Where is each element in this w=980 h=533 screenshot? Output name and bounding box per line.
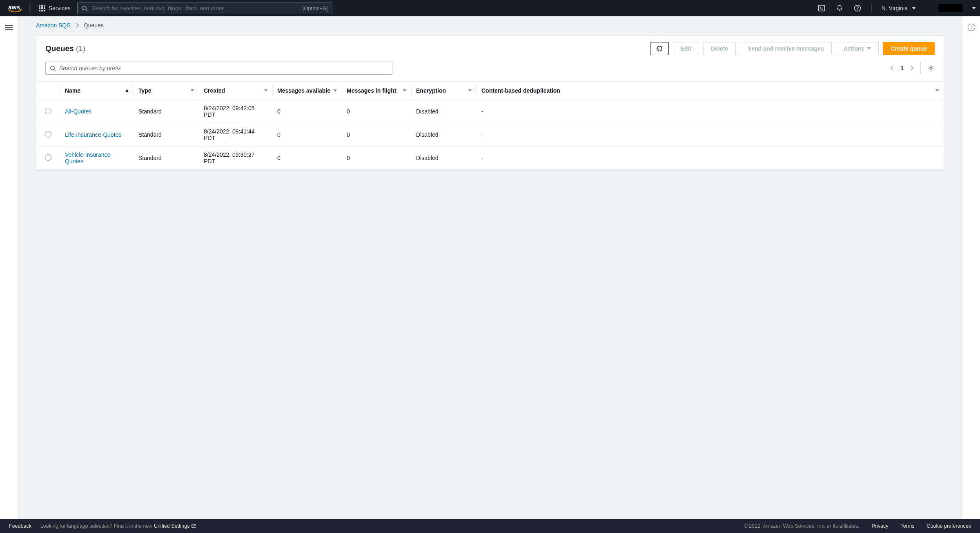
row-select-radio[interactable] — [45, 108, 51, 114]
send-receive-button[interactable]: Send and receive messages — [740, 42, 832, 55]
edit-button[interactable]: Edit — [673, 42, 699, 55]
queue-name-link[interactable]: Life-Insurance-Quotes — [65, 131, 122, 138]
refresh-button[interactable] — [650, 42, 669, 55]
col-type[interactable]: Type — [134, 82, 199, 100]
cell-type: Standard — [134, 100, 199, 123]
table-row: Life-Insurance-QuotesStandard8/24/2022, … — [36, 123, 944, 147]
col-name[interactable]: Name — [60, 82, 134, 100]
sort-icon — [334, 89, 337, 92]
col-encryption[interactable]: Encryption — [411, 82, 477, 100]
privacy-link[interactable]: Privacy — [872, 523, 889, 529]
create-queue-button[interactable]: Create queue — [883, 42, 935, 55]
sort-icon — [264, 89, 267, 92]
global-search[interactable]: [Option+S] — [77, 2, 332, 14]
queue-name-link[interactable]: All-Quotes — [65, 108, 91, 115]
gear-icon — [927, 64, 935, 72]
svg-point-0 — [82, 6, 86, 9]
breadcrumb-root[interactable]: Amazon SQS — [36, 22, 71, 29]
nav-divider — [29, 3, 30, 13]
bell-icon — [836, 4, 843, 12]
help-icon — [854, 4, 861, 12]
sort-icon — [468, 89, 472, 92]
cell-created: 8/24/2022, 09:30:27 PDT — [199, 147, 272, 170]
col-msgs-available[interactable]: Messages available — [272, 82, 342, 100]
services-menu-button[interactable]: Services — [37, 5, 72, 11]
svg-line-7 — [54, 69, 56, 71]
nav-divider — [871, 3, 872, 13]
side-nav-collapsed — [0, 16, 18, 519]
footer-lang-prompt: Looking for language selection? Find it … — [40, 523, 196, 529]
row-select-radio[interactable] — [45, 131, 51, 138]
feedback-link[interactable]: Feedback — [9, 523, 31, 529]
table-row: All-QuotesStandard8/24/2022, 09:42:05 PD… — [36, 100, 944, 123]
search-icon — [50, 65, 56, 71]
cloudshell-icon — [818, 4, 825, 12]
svg-point-5 — [857, 9, 858, 10]
cell-msgs-in-flight: 0 — [342, 123, 411, 147]
info-panel-toggle[interactable]: i — [968, 24, 975, 31]
side-nav-toggle[interactable] — [5, 24, 13, 519]
actions-dropdown[interactable]: Actions — [836, 42, 879, 55]
cell-type: Standard — [134, 147, 199, 170]
cell-dedup: - — [477, 147, 944, 170]
panel-count: (1) — [76, 44, 85, 53]
services-label: Services — [49, 5, 71, 11]
global-search-input[interactable] — [92, 5, 298, 11]
aws-logo[interactable]: aws — [8, 4, 22, 13]
breadcrumb: Amazon SQS Queues — [36, 22, 944, 29]
chevron-left-icon — [890, 65, 894, 71]
account-redacted — [938, 4, 963, 12]
info-panel-collapsed: i — [962, 16, 980, 519]
row-select-radio[interactable] — [45, 154, 51, 161]
queue-search[interactable] — [45, 62, 392, 75]
cloudshell-button[interactable] — [815, 2, 828, 15]
chevron-right-icon — [910, 65, 914, 71]
col-dedup[interactable]: Content-based deduplication — [477, 82, 944, 100]
svg-line-9 — [193, 524, 195, 526]
panel-title: Queues (1) — [45, 44, 85, 53]
delete-button[interactable]: Delete — [703, 42, 736, 55]
table-row: Vehicle-Insurance-QuotesStandard8/24/202… — [36, 147, 944, 170]
queue-name-link[interactable]: Vehicle-Insurance-Quotes — [65, 151, 112, 164]
chevron-right-icon — [76, 23, 79, 28]
cell-encryption: Disabled — [411, 147, 477, 170]
notifications-button[interactable] — [833, 2, 846, 15]
grid-icon — [39, 5, 45, 11]
cell-msgs-available: 0 — [272, 147, 342, 170]
region-selector[interactable]: N. Virginia — [879, 5, 918, 11]
cell-dedup: - — [477, 100, 944, 123]
cookie-prefs-link[interactable]: Cookie preferences — [927, 523, 971, 529]
cell-msgs-in-flight: 0 — [342, 147, 411, 170]
caret-down-icon — [912, 7, 916, 9]
help-button[interactable] — [851, 2, 864, 15]
sort-icon — [403, 89, 406, 92]
cell-msgs-in-flight: 0 — [342, 100, 411, 123]
caret-down-icon — [867, 47, 871, 50]
cell-msgs-available: 0 — [272, 123, 342, 147]
svg-line-1 — [86, 9, 87, 11]
pager-next[interactable] — [910, 65, 914, 71]
external-link-icon — [191, 524, 196, 529]
queue-search-input[interactable] — [59, 65, 388, 71]
col-select — [36, 82, 60, 100]
region-label: N. Virginia — [882, 5, 908, 11]
queues-panel: Queues (1) Edit Delete Send and receive … — [36, 35, 944, 170]
pager-current: 1 — [900, 65, 904, 71]
actions-label: Actions — [844, 45, 864, 52]
cell-dedup: - — [477, 123, 944, 147]
account-menu[interactable] — [970, 7, 976, 9]
terms-link[interactable]: Terms — [901, 523, 915, 529]
cell-type: Standard — [134, 123, 199, 147]
unified-settings-link[interactable]: Unified Settings — [154, 523, 196, 529]
caret-down-icon — [972, 7, 976, 9]
search-icon — [82, 5, 88, 11]
svg-point-8 — [930, 67, 932, 69]
pager-prev[interactable] — [890, 65, 894, 71]
refresh-icon — [656, 45, 663, 52]
col-created[interactable]: Created — [199, 82, 272, 100]
cell-encryption: Disabled — [411, 100, 477, 123]
sort-icon — [191, 89, 194, 92]
footer-copyright: © 2022, Amazon Web Services, Inc. or its… — [744, 523, 859, 529]
table-settings-button[interactable] — [927, 64, 935, 72]
col-msgs-in-flight[interactable]: Messages in flight — [342, 82, 411, 100]
